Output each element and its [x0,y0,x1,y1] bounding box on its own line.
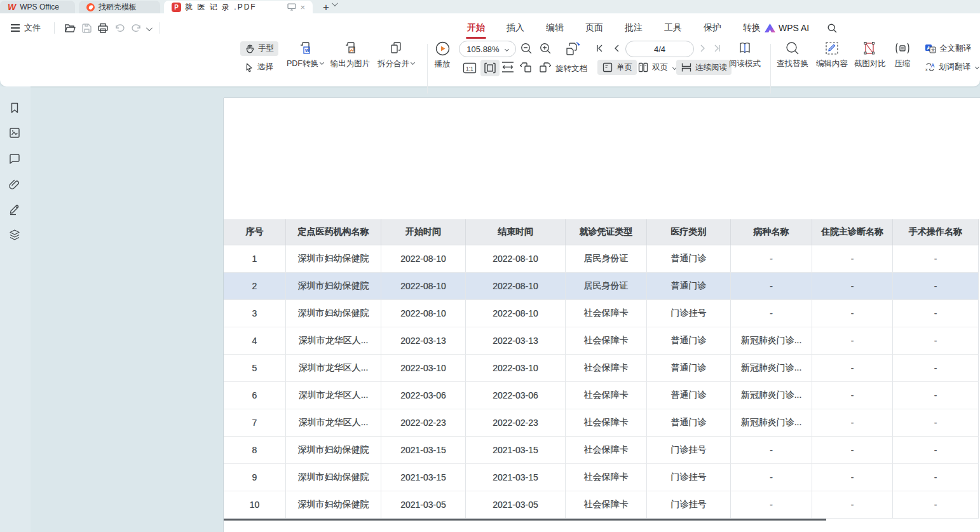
pdf-page[interactable]: 序号定点医药机构名称开始时间结束时间就诊凭证类型医疗类别病种名称住院主诊断名称手… [224,98,980,532]
rotate-doc-icon [564,41,582,57]
wps-ai-button[interactable]: WPS AI [760,21,813,35]
word-translate-button[interactable]: xA 划词翻译 [920,60,980,74]
fit-width-button[interactable] [501,62,515,72]
pdf-convert-button[interactable]: W PDF转换 [283,41,327,69]
table-row[interactable]: 10深圳市妇幼保健院2021-03-052021-03-05社会保障卡门诊挂号-… [224,491,979,519]
table-header-cell: 定点医药机构名称 [286,219,381,245]
table-cell: 深圳市龙华区人... [286,327,381,355]
signature-panel-icon[interactable] [8,203,21,215]
thumbnails-panel-icon[interactable] [8,126,21,139]
compress-button[interactable]: 压缩 [888,41,916,69]
tab-docer-templates[interactable]: 找稻壳模板 [79,1,160,13]
page-indicator-input[interactable]: 4/4 [625,41,694,57]
close-tab-icon[interactable]: × [300,3,305,12]
tab-protect[interactable]: 保护 [702,20,723,36]
full-translate-button[interactable]: A文 全文翻译 [920,41,976,56]
table-row[interactable]: 9深圳市妇幼保健院2021-03-152021-03-15社会保障卡门诊挂号--… [224,464,979,491]
find-replace-button[interactable]: 查找替换 [774,41,811,69]
screenshot-compare-button[interactable]: 截图对比 [852,41,888,69]
zoom-level-select[interactable]: 105.88% [459,41,516,57]
comments-panel-icon[interactable] [8,153,21,165]
table-row[interactable]: 8深圳市妇幼保健院2021-03-152021-03-15社会保障卡门诊挂号--… [224,437,979,464]
split-merge-button[interactable]: 拆分合并 [374,41,418,69]
play-icon [435,41,451,57]
table-cell: 新冠肺炎门诊... [731,409,812,437]
actual-size-button[interactable]: 1:1 [463,62,477,74]
rotate-doc-button[interactable] [564,41,582,57]
table-cell: - [812,464,893,491]
table-row[interactable]: 3深圳市妇幼保健院2022-08-102022-08-10社会保障卡门诊挂号--… [224,300,979,327]
quick-access-chevron-icon[interactable] [146,24,151,33]
tab-convert[interactable]: 转换 [742,20,762,36]
table-cell: 5 [224,355,286,382]
tab-insert[interactable]: 插入 [505,20,526,36]
file-menu-button[interactable]: 文件 [6,20,45,36]
tab-page[interactable]: 页面 [584,20,604,36]
print-icon[interactable] [97,22,109,34]
save-icon[interactable] [80,22,93,34]
tab-comment[interactable]: 批注 [623,20,644,36]
ribbon-tools: 手型 选择 W PDF转换 输出为图片 拆分合并 [0,39,980,99]
divider [54,22,55,34]
table-cell: 2022-08-10 [466,245,566,273]
table-row[interactable]: 2深圳市妇幼保健院2022-08-102022-08-10居民身份证普通门诊--… [224,273,979,300]
zoom-in-button[interactable] [539,42,552,55]
table-row[interactable]: 4深圳市龙华区人...2022-03-132022-03-13社会保障卡普通门诊… [224,327,979,355]
table-cell: 8 [224,437,286,464]
single-page-button[interactable]: 单页 [597,60,637,75]
tab-home[interactable]: 开始 [466,20,486,36]
play-button[interactable]: 播放 [431,41,454,70]
table-row[interactable]: 1深圳市妇幼保健院2022-08-102022-08-10居民身份证普通门诊--… [224,245,979,273]
table-row[interactable]: 6深圳市龙华区人...2022-03-062022-03-06社会保障卡普通门诊… [224,382,979,409]
zoom-out-button[interactable] [520,42,533,55]
tab-wps-office[interactable]: W WPS Office [0,1,75,13]
table-cell: 2022-03-13 [381,327,466,355]
search-menu-icon[interactable] [827,23,838,34]
open-file-icon[interactable] [64,22,76,34]
next-page-button[interactable] [699,44,707,53]
prev-page-button[interactable] [613,44,620,53]
first-page-button[interactable] [595,44,604,53]
layers-panel-icon[interactable] [8,228,21,241]
fit-page-button[interactable] [480,60,500,76]
single-page-label: 单页 [616,62,632,73]
rotate-right-button[interactable] [538,61,551,74]
table-row[interactable]: 5深圳市龙华区人...2022-03-102022-03-10社会保障卡普通门诊… [224,355,979,382]
table-cell: - [812,273,893,300]
find-replace-icon [785,41,800,56]
menu-tab-strip: 开始 插入 编辑 页面 批注 工具 保护 转换 [466,18,762,38]
rotate-left-button[interactable] [520,61,533,74]
hand-tool-button[interactable]: 手型 [240,41,278,56]
table-cell: 普通门诊 [647,327,731,355]
undo-icon[interactable] [113,22,126,34]
pdf-convert-label: PDF转换 [287,58,323,69]
continuous-read-button[interactable]: 连续阅读 [676,60,732,75]
bookmarks-panel-icon[interactable] [8,102,21,114]
export-image-button[interactable]: 输出为图片 [328,41,372,69]
rotate-doc-label[interactable]: 旋转文档 [555,64,587,74]
tab-document-pdf[interactable]: P 就 医 记 录 .PDF × [164,1,313,13]
edit-content-button[interactable]: 编辑内容 [813,41,850,69]
tab-list-chevron-icon[interactable] [332,0,336,9]
last-page-button[interactable] [713,44,722,53]
tab-edit[interactable]: 编辑 [545,20,565,36]
table-cell: 深圳市妇幼保健院 [286,491,381,519]
attachments-panel-icon[interactable] [8,178,21,191]
table-header-cell: 病种名称 [731,219,812,245]
table-row[interactable]: 7深圳市龙华区人...2022-02-232022-02-23社会保障卡普通门诊… [224,409,979,437]
window-tab-bar: W WPS Office 找稻壳模板 P 就 医 记 录 .PDF × + [0,0,980,13]
present-monitor-icon[interactable] [287,3,296,11]
new-tab-button[interactable]: + [323,3,329,12]
tab-tools[interactable]: 工具 [663,20,683,36]
table-cell: - [893,273,979,300]
table-cell: 深圳市妇幼保健院 [286,245,381,273]
table-header-cell: 序号 [224,219,286,245]
redo-icon[interactable] [130,22,142,34]
wps-ai-label: WPS AI [779,23,809,33]
export-image-label: 输出为图片 [330,58,371,69]
double-page-button[interactable]: 双页 [633,60,681,75]
read-mode-button[interactable]: 阅读模式 [725,41,765,69]
table-cell: - [893,491,979,519]
table-cell: 普通门诊 [647,409,731,437]
select-tool-button[interactable]: 选择 [240,60,278,74]
